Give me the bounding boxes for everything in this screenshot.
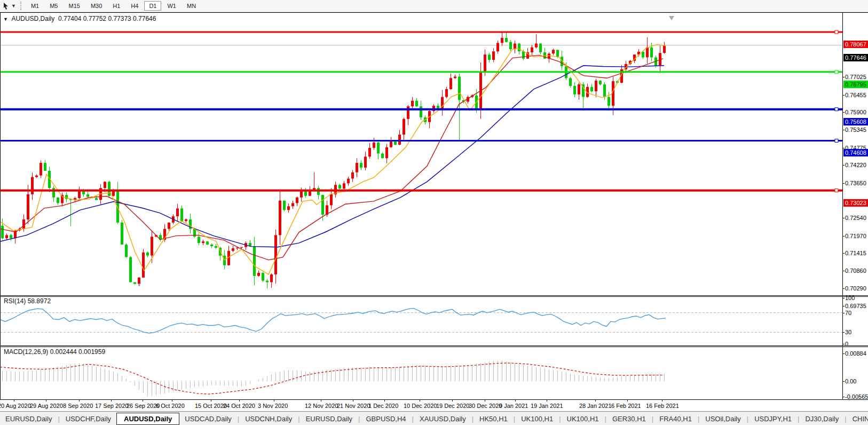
price-tick-label: 0.71970 [845,233,866,239]
hline-handle[interactable] [835,189,838,192]
price-badge: 0.77646 [843,54,868,61]
chart-tab-usdcnh-4[interactable]: USDCNH,Daily [240,413,297,424]
date-label: 26 Sep 2020 [127,403,160,409]
chart-tab-ger30-11[interactable]: GER30,H1 [607,413,651,424]
chart-tab-uk100-9[interactable]: UK100,H1 [516,413,558,424]
collapse-triangle-icon[interactable]: ▼ [3,17,8,22]
rsi-tick [842,313,845,313]
price-tick-label: 0.77025 [845,74,866,80]
hline-handle[interactable] [835,70,838,74]
macd-tick [842,397,845,397]
date-label: 1 Dec 2020 [368,403,398,409]
price-tick [842,165,845,166]
price-tick [842,148,845,148]
price-tick [842,95,845,96]
tab-separator: | [698,415,699,423]
price-tick [842,271,845,271]
price-tick [842,77,845,77]
timeframe-button-mn[interactable]: MN [182,1,201,11]
rsi-tick [842,298,845,298]
date-label: 3 Nov 2020 [258,403,288,409]
timeframe-button-d1[interactable]: D1 [144,1,161,11]
chart-window[interactable]: ▼ AUDUSD,Daily 0.77404 0.77752 0.77373 0… [0,12,868,412]
chart-tab-usdchf-1[interactable]: USDCHF,Daily [60,413,116,424]
tab-separator: | [652,415,653,423]
date-label: 19 Dec 2020 [436,403,469,409]
chart-tab-audusd-2[interactable]: AUDUSD,Daily [116,413,179,425]
date-label: 12 Nov 2020 [305,403,338,409]
timeframe-toolbar: ▼ M1M5M15M30H1H4D1W1MN [0,0,868,12]
price-tick-label: 0.75345 [845,127,866,133]
price-badge: 0.78067 [843,41,868,48]
toolbar-grip [20,2,21,10]
price-tick-label: 0.74220 [845,162,866,168]
price-tick [842,236,845,237]
price-badge: 0.74608 [843,149,868,156]
tab-separator: | [298,415,299,423]
chart-tab-eurusd-5[interactable]: EURUSD,Daily [301,413,358,424]
price-chart-canvas[interactable] [0,13,842,295]
price-tick [842,218,845,218]
date-label: 29 Aug 2020 [30,403,63,409]
panel-splitter[interactable] [0,295,868,296]
timeframe-button-m30[interactable]: M30 [86,1,107,11]
time-axis: 20 Aug 202029 Aug 20208 Sep 202017 Sep 2… [0,399,842,412]
date-label: 8 Sep 2020 [63,403,93,409]
timeframe-button-m1[interactable]: M1 [26,1,44,11]
price-tick [842,253,845,254]
chart-tab-usoil-13[interactable]: USOil,Daily [700,413,746,424]
tab-separator: | [472,415,474,423]
rsi-chart-canvas[interactable] [0,296,842,345]
rsi-indicator-label: RSI(14) 58.8972 [4,297,51,305]
macd-chart-canvas[interactable] [0,347,842,399]
date-label: 19 Jan 2021 [531,403,563,409]
hline-handle[interactable] [835,30,838,34]
timeframe-button-h1[interactable]: H1 [108,1,125,11]
tab-separator: | [412,415,414,423]
macd-tick [842,381,845,382]
macd-signal-line [0,363,664,394]
chart-tab-usdcad-3[interactable]: USDCAD,Daily [179,413,236,424]
macd-tick [842,353,845,354]
price-badge: 0.76795 [843,81,868,88]
chart-tab-gbpusd-6[interactable]: GBPUSD,H4 [360,413,411,424]
date-label: 6 Oct 2020 [156,403,185,409]
macd-indicator-label: MACD(12,26,9) 0.002444 0.001959 [4,348,105,356]
price-tick-label: 0.75900 [845,109,866,115]
date-label: 20 Aug 2020 [0,403,31,409]
timeframe-button-h4[interactable]: H4 [126,1,143,11]
date-label: 28 Jan 2021 [579,403,612,409]
chart-tab-xauusd-7[interactable]: XAUUSD,Daily [414,413,471,424]
hline-handle[interactable] [835,139,838,142]
price-badge: 0.73023 [843,199,868,207]
rsi-tick [842,332,845,333]
timeframe-button-m5[interactable]: M5 [45,1,62,11]
chart-cursor-tool-icon[interactable] [2,2,11,10]
chart-tab-hk50-8[interactable]: HK50,H1 [474,413,513,424]
rsi-line [0,308,666,333]
chart-tab-china300-16[interactable]: CHINA300,H1 [847,413,868,424]
price-tick-label: 0.70290 [845,285,866,292]
tab-separator: | [747,415,748,423]
price-badge: 0.75608 [843,118,868,125]
chart-tab-usdjpy-14[interactable]: USDJPY,H1 [749,413,797,424]
macd-tick-label: 0.00884 [845,350,866,357]
price-tick [842,130,845,130]
timeframe-button-m15[interactable]: M15 [64,1,84,11]
chart-tab-fra40-12[interactable]: FRA40,H1 [654,413,697,424]
price-tick [842,112,845,113]
chart-tab-uk100-10[interactable]: UK100,H1 [562,413,604,424]
chart-tab-dj30-15[interactable]: DJ30,Daily [800,413,844,424]
timeframe-button-w1[interactable]: W1 [162,1,181,11]
hline-handle[interactable] [835,108,838,111]
axis-vertical-line [842,13,843,399]
mt4-terminal: ▼ M1M5M15M30H1H4D1W1MN ▼ AUDUSD,Daily 0.… [0,0,868,425]
chevron-down-icon[interactable]: ▼ [11,3,16,9]
chart-shift-marker-icon[interactable] [669,16,674,20]
date-label: 6 Feb 2021 [611,403,641,409]
panel-splitter[interactable] [0,345,868,346]
chart-tab-eurusd-0[interactable]: EURUSD,Daily [0,413,57,424]
price-tick [842,306,845,306]
rsi-tick-label: 0 [845,341,848,347]
rsi-tick-label: 70 [845,310,851,316]
